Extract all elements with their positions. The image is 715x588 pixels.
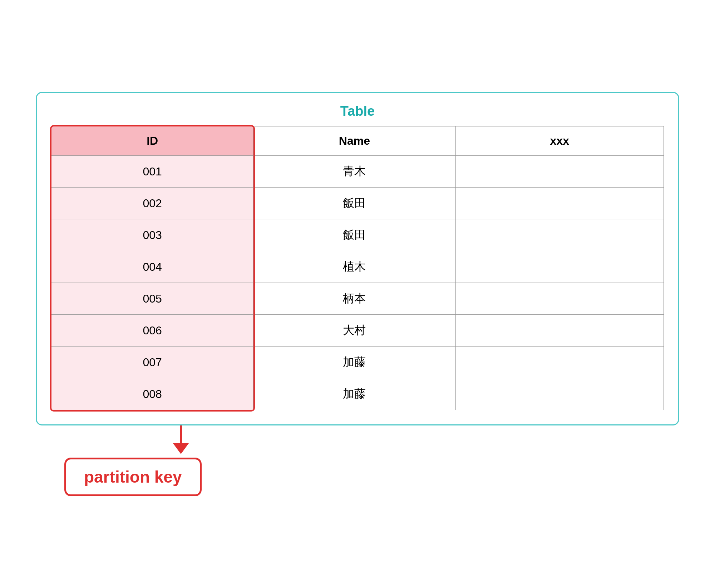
outer-table-container: ID Name xxx 001青木002飯田003飯田004植木005柄本006… — [51, 126, 664, 410]
cell-xxx — [455, 219, 664, 251]
table-row: 007加藤 — [51, 347, 664, 378]
col-header-name: Name — [253, 126, 455, 156]
cell-name: 飯田 — [253, 188, 455, 219]
cell-xxx — [455, 378, 664, 410]
partition-key-label: partition key — [64, 458, 202, 496]
cell-name: 飯田 — [253, 219, 455, 251]
cell-xxx — [455, 156, 664, 188]
cell-id: 007 — [51, 347, 253, 378]
table-row: 008加藤 — [51, 378, 664, 410]
table-row: 005柄本 — [51, 283, 664, 315]
cell-name: 大村 — [253, 315, 455, 347]
cell-name: 柄本 — [253, 283, 455, 315]
cell-xxx — [455, 347, 664, 378]
table-wrapper: Table ID Name xxx 001青木002飯田003飯田004植木00… — [36, 92, 679, 425]
cell-xxx — [455, 315, 664, 347]
cell-id: 006 — [51, 315, 253, 347]
cell-id: 001 — [51, 156, 253, 188]
table-title: Table — [51, 104, 664, 119]
page-container: Table ID Name xxx 001青木002飯田003飯田004植木00… — [36, 92, 679, 496]
table-body: 001青木002飯田003飯田004植木005柄本006大村007加藤008加藤 — [51, 156, 664, 410]
main-table: ID Name xxx 001青木002飯田003飯田004植木005柄本006… — [51, 126, 664, 410]
cell-id: 004 — [51, 251, 253, 283]
cell-xxx — [455, 188, 664, 219]
table-row: 003飯田 — [51, 219, 664, 251]
cell-id: 003 — [51, 219, 253, 251]
table-row: 006大村 — [51, 315, 664, 347]
cell-name: 青木 — [253, 156, 455, 188]
cell-name: 加藤 — [253, 378, 455, 410]
connector-line — [180, 425, 182, 443]
col-header-xxx: xxx — [455, 126, 664, 156]
table-row: 004植木 — [51, 251, 664, 283]
col-header-id: ID — [51, 126, 253, 156]
table-header-row: ID Name xxx — [51, 126, 664, 156]
cell-name: 植木 — [253, 251, 455, 283]
connector-triangle — [173, 443, 189, 454]
cell-id: 008 — [51, 378, 253, 410]
table-row: 002飯田 — [51, 188, 664, 219]
cell-xxx — [455, 283, 664, 315]
table-row: 001青木 — [51, 156, 664, 188]
cell-name: 加藤 — [253, 347, 455, 378]
annotation-area: partition key — [36, 425, 679, 496]
cell-id: 005 — [51, 283, 253, 315]
cell-xxx — [455, 251, 664, 283]
cell-id: 002 — [51, 188, 253, 219]
